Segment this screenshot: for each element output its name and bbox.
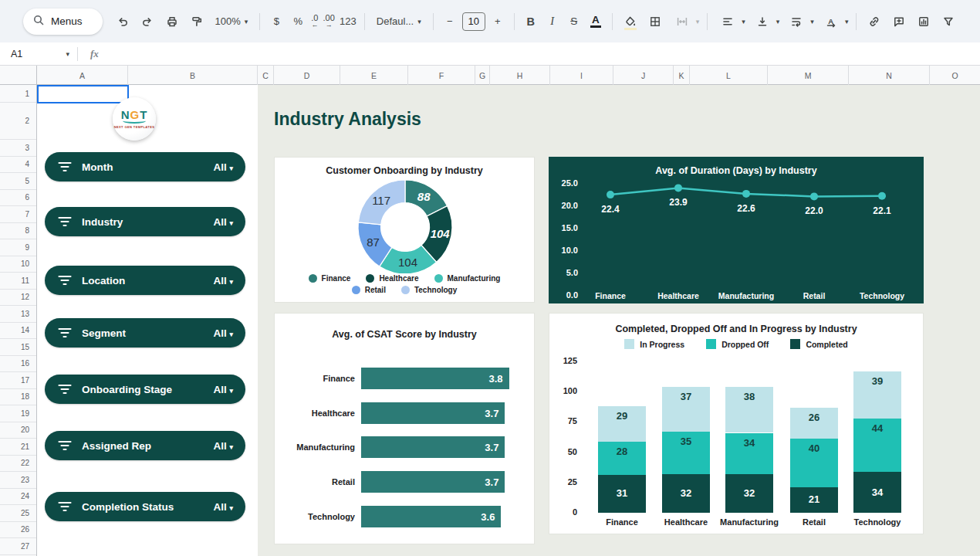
filter-month[interactable]: MonthAll ▾ bbox=[45, 152, 245, 181]
column-header-L[interactable]: L bbox=[690, 66, 768, 85]
row-header-4[interactable]: 4 bbox=[0, 157, 36, 174]
column-header-G[interactable]: G bbox=[475, 66, 490, 85]
column-header-I[interactable]: I bbox=[550, 66, 613, 85]
strikethrough-button[interactable]: S bbox=[566, 12, 583, 32]
row-header-2[interactable]: 2 bbox=[0, 103, 36, 140]
redo-button[interactable] bbox=[137, 12, 157, 32]
line-chart-card[interactable]: Avg. of Duration (Days) by Industry 25.0… bbox=[549, 157, 924, 303]
row-header-11[interactable]: 11 bbox=[0, 273, 36, 290]
row-header-10[interactable]: 10 bbox=[0, 256, 36, 273]
row-header-1[interactable]: 1 bbox=[0, 85, 36, 103]
font-family-select[interactable]: Defaul...▾ bbox=[373, 12, 425, 32]
create-filter-button[interactable] bbox=[938, 12, 958, 32]
fill-color-button[interactable] bbox=[620, 12, 640, 32]
menus-search[interactable]: Menus bbox=[23, 8, 103, 35]
donut-chart-card[interactable]: Customer Onboarding by Industry 88104104… bbox=[274, 157, 535, 303]
merge-cells-button[interactable]: ▾ bbox=[670, 12, 700, 32]
column-header-B[interactable]: B bbox=[128, 66, 258, 85]
column-header-A[interactable]: A bbox=[37, 66, 128, 85]
row-header-6[interactable]: 6 bbox=[0, 190, 36, 207]
row-header-18[interactable]: 18 bbox=[0, 389, 36, 406]
column-header-J[interactable]: J bbox=[613, 66, 674, 85]
column-header-H[interactable]: H bbox=[490, 66, 550, 85]
filter-value-dropdown[interactable]: All ▾ bbox=[213, 216, 233, 228]
borders-icon bbox=[649, 15, 661, 28]
filter-value-dropdown[interactable]: All ▾ bbox=[213, 440, 233, 452]
stacked-bar-chart-card[interactable]: Completed, Dropped Off and In Progress b… bbox=[549, 313, 924, 534]
row-header-24[interactable]: 24 bbox=[0, 489, 36, 506]
vertical-align-button[interactable]: ▾ bbox=[750, 12, 780, 32]
horizontal-align-button[interactable]: ▾ bbox=[715, 12, 745, 32]
name-box[interactable]: A1 ▾ bbox=[0, 49, 77, 59]
row-header-13[interactable]: 13 bbox=[0, 306, 36, 323]
column-header-F[interactable]: F bbox=[408, 66, 475, 85]
segment-in-progress-manufacturing: 38 bbox=[725, 387, 773, 433]
italic-button[interactable]: I bbox=[544, 12, 561, 32]
increase-font-size-button[interactable]: + bbox=[489, 12, 506, 32]
column-header-E[interactable]: E bbox=[340, 66, 408, 85]
line-chart: 25.020.015.010.05.00.022.4Finance23.9Hea… bbox=[549, 158, 924, 304]
percent-format-button[interactable]: % bbox=[289, 12, 306, 32]
filter-location[interactable]: LocationAll ▾ bbox=[45, 266, 245, 295]
row-header-17[interactable]: 17 bbox=[0, 372, 36, 389]
print-button[interactable] bbox=[162, 12, 182, 32]
column-header-D[interactable]: D bbox=[274, 66, 340, 85]
insert-comment-button[interactable] bbox=[889, 12, 909, 32]
undo-button[interactable] bbox=[113, 12, 133, 32]
row-header-9[interactable]: 9 bbox=[0, 239, 36, 256]
column-header-K[interactable]: K bbox=[674, 66, 690, 85]
borders-button[interactable] bbox=[645, 12, 665, 32]
filter-value-dropdown[interactable]: All ▾ bbox=[213, 161, 233, 173]
filter-value-dropdown[interactable]: All ▾ bbox=[213, 384, 233, 395]
font-size-input[interactable]: 10 bbox=[462, 12, 485, 31]
text-rotation-button[interactable]: A▾ bbox=[819, 12, 849, 32]
sheet-grid[interactable]: NGT NEXT GEN TEMPLATES MonthAll ▾Industr… bbox=[37, 85, 980, 556]
filter-completion-status[interactable]: Completion StatusAll ▾ bbox=[45, 492, 245, 521]
zoom-select[interactable]: 100%▾ bbox=[211, 12, 252, 32]
currency-format-button[interactable]: $ bbox=[268, 12, 285, 32]
bold-button[interactable]: B bbox=[522, 12, 539, 32]
insert-chart-button[interactable] bbox=[914, 12, 934, 32]
column-header-C[interactable]: C bbox=[258, 66, 274, 85]
filter-segment[interactable]: SegmentAll ▾ bbox=[45, 318, 245, 348]
column-header-M[interactable]: M bbox=[768, 66, 849, 85]
row-header-27[interactable]: 27 bbox=[0, 538, 36, 555]
row-header-25[interactable]: 25 bbox=[0, 505, 36, 522]
row-header-21[interactable]: 21 bbox=[0, 439, 36, 456]
filter-assigned-rep[interactable]: Assigned RepAll ▾ bbox=[45, 431, 245, 460]
filter-industry[interactable]: IndustryAll ▾ bbox=[45, 207, 245, 236]
row-header-19[interactable]: 19 bbox=[0, 405, 36, 422]
text-color-button[interactable]: A bbox=[587, 12, 604, 32]
row-header-20[interactable]: 20 bbox=[0, 422, 36, 439]
row-header-5[interactable]: 5 bbox=[0, 173, 36, 190]
csat-bar-chart-card[interactable]: Avg. of CSAT Score by Industry Finance3.… bbox=[274, 313, 535, 544]
row-header-15[interactable]: 15 bbox=[0, 339, 36, 356]
formula-input[interactable] bbox=[99, 42, 980, 65]
row-header-7[interactable]: 7 bbox=[0, 206, 36, 223]
decrease-decimal-button[interactable]: .0← bbox=[311, 12, 318, 32]
paint-format-button[interactable] bbox=[187, 12, 207, 32]
row-header-23[interactable]: 23 bbox=[0, 472, 36, 489]
text-wrap-button[interactable]: ▾ bbox=[784, 12, 814, 32]
row-header-14[interactable]: 14 bbox=[0, 323, 36, 340]
filter-value-dropdown[interactable]: All ▾ bbox=[213, 275, 233, 286]
increase-decimal-button[interactable]: .00→ bbox=[323, 12, 335, 32]
filter-onboarding-stage[interactable]: Onboarding StageAll ▾ bbox=[45, 375, 245, 404]
select-all-corner[interactable] bbox=[0, 66, 37, 85]
bar-finance: 3.8 bbox=[361, 368, 509, 389]
insert-link-button[interactable] bbox=[864, 12, 884, 32]
column-header-N[interactable]: N bbox=[849, 66, 930, 85]
row-header-22[interactable]: 22 bbox=[0, 456, 36, 473]
filter-value-dropdown[interactable]: All ▾ bbox=[213, 327, 233, 339]
more-formats-button[interactable]: 123 bbox=[340, 12, 357, 32]
filter-value-dropdown[interactable]: All ▾ bbox=[213, 501, 233, 513]
segment-in-progress-finance: 29 bbox=[598, 406, 646, 442]
filter-label: Segment bbox=[82, 327, 126, 339]
row-header-26[interactable]: 26 bbox=[0, 522, 36, 539]
column-header-O[interactable]: O bbox=[930, 66, 980, 85]
row-header-8[interactable]: 8 bbox=[0, 223, 36, 240]
decrease-font-size-button[interactable]: − bbox=[441, 12, 458, 32]
row-header-16[interactable]: 16 bbox=[0, 356, 36, 373]
row-header-12[interactable]: 12 bbox=[0, 290, 36, 307]
row-header-3[interactable]: 3 bbox=[0, 140, 36, 157]
